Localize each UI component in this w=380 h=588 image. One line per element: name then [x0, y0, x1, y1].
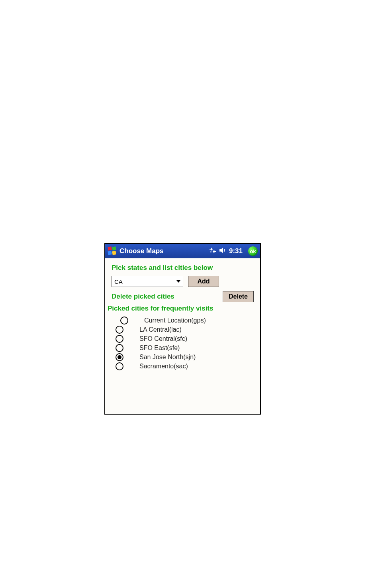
- delete-heading: Delete picked cities: [112, 293, 174, 301]
- city-list: Current Location(gps) LA Central(lac) SF…: [112, 317, 254, 370]
- volume-icon[interactable]: [219, 247, 226, 255]
- city-label: LA Central(lac): [139, 326, 182, 333]
- picked-heading: Picked cities for frequently visits: [108, 305, 254, 313]
- title-bar: Choose Maps 9:31 ok: [105, 244, 260, 258]
- svg-rect-2: [108, 251, 112, 255]
- clock: 9:31: [229, 247, 243, 255]
- state-select[interactable]: CA: [112, 276, 183, 287]
- state-select-value: CA: [114, 278, 123, 285]
- chevron-down-icon: [176, 280, 180, 283]
- radio-icon[interactable]: [116, 353, 123, 361]
- city-item-sfc[interactable]: SFO Central(sfc): [112, 335, 254, 343]
- svg-point-4: [210, 252, 211, 252]
- status-icons: 9:31 ok: [209, 246, 258, 256]
- pick-heading: Pick states and list cities below: [112, 264, 254, 272]
- ok-button[interactable]: ok: [248, 246, 258, 256]
- city-item-lac[interactable]: LA Central(lac): [112, 326, 254, 334]
- content-area: Pick states and list cities below CA Add…: [105, 258, 260, 414]
- city-item-sfe[interactable]: SFO East(sfe): [112, 344, 254, 352]
- choose-maps-window: Choose Maps 9:31 ok Pick states: [104, 243, 261, 415]
- radio-icon[interactable]: [116, 335, 123, 343]
- add-button[interactable]: Add: [188, 276, 219, 287]
- svg-point-5: [212, 252, 212, 252]
- start-icon[interactable]: [107, 246, 118, 257]
- city-label: SFO Central(sfc): [139, 335, 187, 342]
- city-item-sac[interactable]: Sacramento(sac): [112, 362, 254, 370]
- radio-dot-icon: [118, 355, 121, 359]
- city-item-sjn[interactable]: San Jose North(sjn): [112, 353, 254, 361]
- radio-icon[interactable]: [116, 326, 123, 334]
- radio-icon[interactable]: [120, 317, 128, 324]
- connectivity-icon[interactable]: [209, 248, 216, 255]
- city-label: Current Location(gps): [144, 317, 206, 324]
- radio-icon[interactable]: [116, 344, 123, 352]
- city-label: SFO East(sfe): [139, 344, 180, 352]
- svg-rect-1: [112, 246, 116, 250]
- svg-rect-3: [112, 251, 116, 255]
- state-add-row: CA Add: [112, 276, 254, 287]
- delete-row: Delete picked cities Delete: [112, 291, 254, 302]
- city-item-gps[interactable]: Current Location(gps): [112, 317, 254, 324]
- city-label: Sacramento(sac): [139, 363, 188, 370]
- delete-button[interactable]: Delete: [223, 291, 254, 302]
- radio-icon[interactable]: [116, 362, 123, 370]
- window-title: Choose Maps: [119, 247, 164, 255]
- city-label: San Jose North(sjn): [139, 354, 196, 361]
- svg-rect-0: [108, 246, 112, 250]
